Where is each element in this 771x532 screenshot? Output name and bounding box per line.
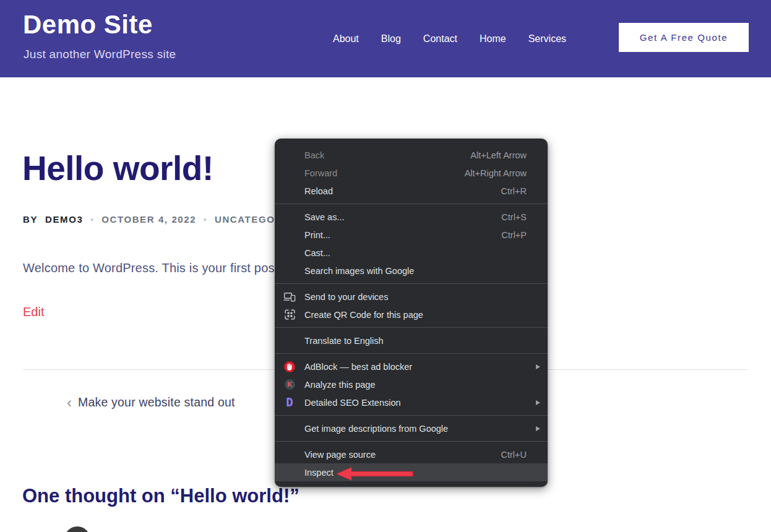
detailed-seo-icon: D <box>282 393 298 411</box>
menu-item-cast[interactable]: Cast... <box>275 244 548 262</box>
submenu-arrow-icon <box>536 426 540 431</box>
chevron-left-icon: ‹ <box>67 397 72 409</box>
main-nav: About Blog Contact Home Services <box>333 0 566 77</box>
byline-prefix: BY <box>23 214 38 225</box>
menu-item-label: Detailed SEO Extension <box>304 398 401 408</box>
menu-item-back: BackAlt+Left Arrow <box>275 146 548 164</box>
prev-post-label: Make your website stand out <box>78 395 235 410</box>
menu-item-save-as[interactable]: Save as...Ctrl+S <box>275 208 548 226</box>
qr-code-icon <box>282 306 298 324</box>
menu-item-label: Forward <box>304 168 337 178</box>
nav-link-blog[interactable]: Blog <box>381 33 401 45</box>
menu-item-label: Send to your devices <box>304 292 388 302</box>
menu-item-translate-to-english[interactable]: Translate to English <box>275 332 548 350</box>
menu-item-label: Analyze this page <box>304 380 375 390</box>
byline-dot: • <box>90 215 94 224</box>
menu-item-forward: ForwardAlt+Right Arrow <box>275 164 548 182</box>
context-menu: BackAlt+Left ArrowForwardAlt+Right Arrow… <box>275 139 548 487</box>
detailed-seo-icon: D <box>286 397 293 408</box>
avatar <box>64 526 90 532</box>
menu-item-detailed-seo-extension[interactable]: DDetailed SEO Extension <box>275 393 548 411</box>
k-extension-icon: K <box>282 375 298 393</box>
menu-item-create-qr-code-for-this-page[interactable]: Create QR Code for this page <box>275 306 548 324</box>
menu-item-search-images-with-google[interactable]: Search images with Google <box>275 262 548 280</box>
qr-code-icon <box>285 309 295 320</box>
k-extension-icon: K <box>285 379 295 390</box>
menu-shortcut: Ctrl+U <box>501 450 527 460</box>
menu-item-analyze-this-page[interactable]: KAnalyze this page <box>275 375 548 393</box>
menu-separator <box>275 204 548 204</box>
prev-post-link[interactable]: ‹ Make your website stand out <box>67 395 235 410</box>
devices-icon <box>282 288 298 306</box>
get-free-quote-button[interactable]: Get A Free Quote <box>619 23 749 52</box>
menu-item-reload[interactable]: ReloadCtrl+R <box>275 182 548 200</box>
post-title: Hello world! <box>22 148 213 188</box>
menu-item-inspect[interactable]: Inspect <box>275 463 548 481</box>
menu-item-label: Search images with Google <box>304 266 414 276</box>
menu-separator <box>275 415 548 416</box>
menu-shortcut: Ctrl+P <box>501 230 527 240</box>
menu-shortcut: Ctrl+S <box>501 212 527 222</box>
post-excerpt: Welcome to WordPress. This is your first… <box>23 261 275 275</box>
menu-item-label: Create QR Code for this page <box>304 310 423 320</box>
menu-item-label: AdBlock — best ad blocker <box>304 362 412 372</box>
menu-separator <box>275 441 548 442</box>
menu-item-print[interactable]: Print...Ctrl+P <box>275 226 548 244</box>
menu-shortcut: Ctrl+R <box>501 186 527 196</box>
devices-icon <box>283 292 296 302</box>
nav-link-home[interactable]: Home <box>480 33 506 45</box>
menu-item-get-image-descriptions-from-google[interactable]: Get image descriptions from Google <box>275 419 548 437</box>
nav-link-about[interactable]: About <box>333 33 359 45</box>
menu-item-label: View page source <box>304 450 376 460</box>
menu-item-send-to-your-devices[interactable]: Send to your devices <box>275 288 548 306</box>
comments-heading: One thought on “Hello world!” <box>22 485 299 507</box>
byline-dot: • <box>204 215 207 224</box>
menu-item-view-page-source[interactable]: View page sourceCtrl+U <box>275 445 548 463</box>
menu-item-label: Inspect <box>304 468 334 478</box>
menu-item-adblock-best-ad-blocker[interactable]: AdBlock — best ad blocker <box>275 358 548 375</box>
menu-item-label: Get image descriptions from Google <box>304 424 448 434</box>
menu-item-label: Reload <box>304 186 333 196</box>
menu-item-label: Back <box>304 150 324 160</box>
submenu-arrow-icon <box>536 400 540 405</box>
submenu-arrow-icon <box>536 364 540 369</box>
menu-shortcut: Alt+Left Arrow <box>470 150 527 160</box>
adblock-icon <box>284 361 295 372</box>
edit-link[interactable]: Edit <box>23 305 44 319</box>
site-tagline: Just another WordPress site <box>24 48 176 61</box>
menu-item-label: Cast... <box>304 248 330 258</box>
byline-date: OCTOBER 4, 2022 <box>101 214 196 225</box>
menu-item-label: Print... <box>304 230 330 240</box>
menu-separator <box>275 327 548 328</box>
menu-separator <box>275 283 548 284</box>
menu-shortcut: Alt+Right Arrow <box>465 168 527 178</box>
post-byline: BY DEMO3 • OCTOBER 4, 2022 • UNCATEGORIZ <box>23 214 293 225</box>
nav-link-contact[interactable]: Contact <box>423 33 457 45</box>
nav-link-services[interactable]: Services <box>528 33 566 45</box>
byline-author[interactable]: DEMO3 <box>45 214 83 225</box>
site-title[interactable]: Demo Site <box>23 10 153 40</box>
menu-item-label: Save as... <box>304 212 344 222</box>
site-header: Demo Site Just another WordPress site Ab… <box>0 0 771 77</box>
adblock-icon <box>282 358 298 375</box>
menu-item-label: Translate to English <box>304 336 384 346</box>
menu-separator <box>275 353 548 354</box>
